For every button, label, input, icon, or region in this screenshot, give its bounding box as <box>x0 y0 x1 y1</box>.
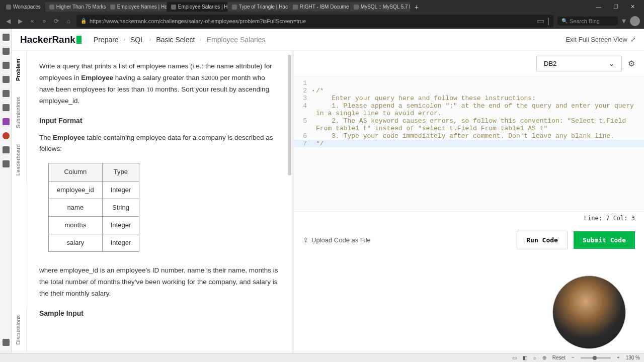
exit-fullscreen-button[interactable]: Exit Full Screen View⤢ <box>566 36 636 43</box>
crumb-prepare[interactable]: Prepare <box>94 36 119 44</box>
input-format-desc: The Employee table containing employee d… <box>39 132 280 155</box>
webcam-overlay <box>552 276 626 349</box>
zoom-slider[interactable] <box>581 357 611 358</box>
tab-3[interactable]: Employee Salaries | Hacker <box>167 2 227 12</box>
rail-icon-9[interactable] <box>3 146 10 153</box>
back-button[interactable]: ◀ <box>4 18 12 25</box>
reset-button[interactable]: Reset <box>552 355 566 360</box>
forward-button[interactable]: ▶ <box>16 18 24 25</box>
tab-5[interactable]: RIGHT - IBM Documentatic <box>289 2 349 12</box>
rail-icon-4[interactable] <box>3 76 10 83</box>
editor-status: Line: 7 Col: 3 <box>294 212 644 225</box>
editor-actions: ⇪Upload Code as File Run Code Submit Cod… <box>294 225 644 255</box>
bookmark-icon[interactable]: | <box>547 17 549 26</box>
problem-panel: Problem Submissions Leaderboard Discussi… <box>12 51 292 353</box>
reader-icon[interactable]: ▭ <box>537 16 544 26</box>
sb-icon-4[interactable]: ⊕ <box>542 355 546 360</box>
home-button[interactable]: ⌂ <box>64 18 72 25</box>
tab-1[interactable]: Higher Than 75 Marks | Ha <box>45 2 106 12</box>
lock-icon: 🔒 <box>80 18 87 24</box>
rail-icon-10[interactable] <box>3 160 10 167</box>
editor-toolbar: DB2⌄ ⚙ <box>294 51 644 76</box>
left-rail <box>0 29 12 353</box>
rail-icon-6[interactable] <box>3 104 10 111</box>
crumb-sql[interactable]: SQL <box>130 36 144 44</box>
status-bar: ▭ ◧ ⌕ ⊕ Reset − + 130 % <box>0 353 644 362</box>
breadcrumb: Prepare› SQL› Basic Select› Employee Sal… <box>94 36 266 44</box>
crumb-basic-select[interactable]: Basic Select <box>156 36 195 44</box>
sb-icon-3[interactable]: ⌕ <box>533 355 536 360</box>
history-back-icon[interactable]: « <box>28 18 36 25</box>
schema-note: where employee_id is an employee's ID nu… <box>39 265 280 300</box>
downloads-icon[interactable]: ▾ <box>622 16 626 26</box>
upload-code-button[interactable]: ⇪Upload Code as File <box>303 236 371 244</box>
run-code-button[interactable]: Run Code <box>517 231 568 249</box>
schema-table: ColumnType employee_idInteger nameString… <box>48 163 139 251</box>
search-input[interactable]: Search Bing <box>557 17 618 26</box>
tab-discussions[interactable]: Discussions <box>12 307 27 353</box>
zoom-level: 130 % <box>626 355 640 360</box>
problem-intro: Write a query that prints a list of empl… <box>39 61 280 107</box>
sample-input-heading: Sample Input <box>39 308 280 320</box>
history-fwd-icon[interactable]: » <box>40 18 48 25</box>
rail-icon-1[interactable] <box>3 34 10 41</box>
rail-icon-5[interactable] <box>3 90 10 97</box>
maximize-button[interactable]: ☐ <box>610 3 621 11</box>
code-editor[interactable]: 1 2▾/* 3 Enter your query here and follo… <box>294 76 644 212</box>
collapse-icon: ⤢ <box>630 36 636 43</box>
tab-leaderboard[interactable]: Leaderboard <box>12 136 27 184</box>
page-content: HackerRank Prepare› SQL› Basic Select› E… <box>12 29 644 353</box>
url-text: https://www.hackerrank.com/challenges/sa… <box>90 18 534 24</box>
page-header: HackerRank Prepare› SQL› Basic Select› E… <box>12 29 644 51</box>
side-tabs: Problem Submissions Leaderboard Discussi… <box>12 51 27 353</box>
rail-icon-8[interactable] <box>3 132 10 139</box>
tab-4[interactable]: Type of Triangle | HackerR <box>228 2 288 12</box>
scrollbar[interactable] <box>288 55 291 175</box>
language-select[interactable]: DB2⌄ <box>536 56 622 71</box>
browser-nav-bar: ◀ ▶ « » ⟳ ⌂ 🔒 https://www.hackerrank.com… <box>0 14 644 29</box>
new-tab-button[interactable]: + <box>411 1 423 13</box>
rail-icon-7[interactable] <box>3 118 10 125</box>
tab-2[interactable]: Employee Names | Hacker <box>106 2 167 12</box>
sb-icon-1[interactable]: ▭ <box>512 355 517 360</box>
address-bar[interactable]: 🔒 https://www.hackerrank.com/challenges/… <box>76 15 553 27</box>
upload-icon: ⇪ <box>303 236 308 244</box>
browser-tab-bar: Workspaces Higher Than 75 Marks | Ha Emp… <box>0 0 644 14</box>
rail-icon-2[interactable] <box>3 48 10 55</box>
close-window-button[interactable]: ✕ <box>627 3 638 11</box>
tab-6[interactable]: MySQL :: MySQL 5.7 Refere <box>350 2 410 12</box>
tab-problem[interactable]: Problem <box>12 51 27 89</box>
settings-icon[interactable]: ⚙ <box>628 59 635 68</box>
problem-body: Write a query that prints a list of empl… <box>27 51 292 353</box>
sb-icon-2[interactable]: ◧ <box>523 355 527 360</box>
chevron-down-icon: ⌄ <box>609 60 614 67</box>
input-format-heading: Input Format <box>39 115 280 127</box>
rail-settings-icon[interactable] <box>3 339 10 346</box>
submit-code-button[interactable]: Submit Code <box>574 231 635 249</box>
crumb-title: Employee Salaries <box>207 36 266 44</box>
zoom-out-icon[interactable]: − <box>572 355 575 360</box>
minimize-button[interactable]: — <box>593 3 604 11</box>
zoom-in-icon[interactable]: + <box>617 355 620 360</box>
rail-icon-3[interactable] <box>3 62 10 69</box>
reload-button[interactable]: ⟳ <box>52 18 60 25</box>
tab-submissions[interactable]: Submissions <box>12 89 27 136</box>
logo[interactable]: HackerRank <box>20 34 82 45</box>
tab-workspaces[interactable]: Workspaces <box>2 2 45 12</box>
profile-avatar[interactable] <box>630 16 640 26</box>
